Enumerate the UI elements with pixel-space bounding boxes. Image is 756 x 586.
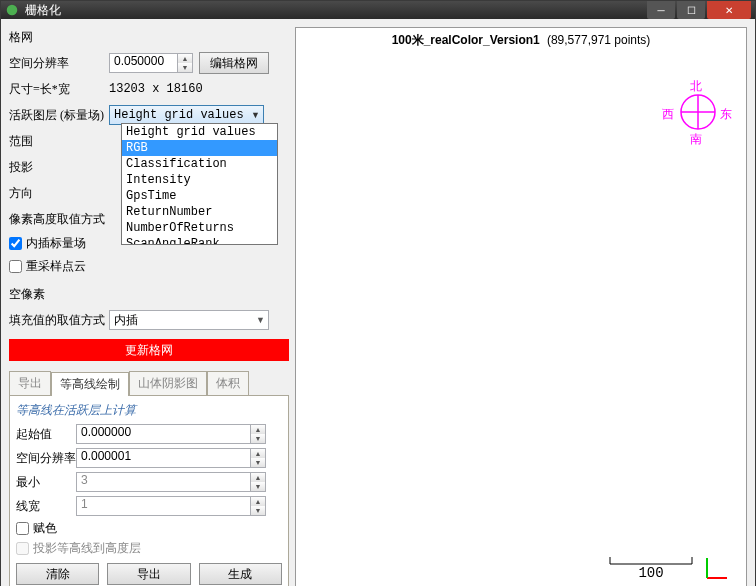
compass-east: 东 — [720, 106, 732, 123]
pixel-height-label: 像素高度取值方式 — [9, 211, 109, 228]
min-input[interactable]: 3▲▼ — [76, 472, 266, 492]
minimize-button[interactable]: ─ — [647, 1, 675, 19]
dropdown-option[interactable]: ReturnNumber — [122, 204, 277, 220]
tab-contour[interactable]: 等高线绘制 — [51, 372, 129, 396]
generate-button[interactable]: 生成 — [199, 563, 282, 585]
step-label: 空间分辨率 — [16, 450, 76, 467]
left-panel: 格网 空间分辨率 0.050000 ▲▼ 编辑格网 尺寸=长*宽 13203 x… — [9, 27, 289, 586]
spin-down-icon[interactable]: ▼ — [251, 482, 265, 491]
close-button[interactable]: ✕ — [707, 1, 751, 19]
project-contour-checkbox[interactable]: 投影等高线到高度层 — [16, 540, 282, 557]
scale-bar: 100 — [608, 555, 694, 581]
start-label: 起始值 — [16, 426, 76, 443]
preview-title: 100米_realColor_Version1 (89,577,971 poin… — [296, 32, 746, 49]
grid-section-header: 格网 — [9, 29, 289, 46]
compass-west: 西 — [662, 106, 674, 123]
width-label: 线宽 — [16, 498, 76, 515]
tab-volume[interactable]: 体积 — [207, 371, 249, 395]
preview-panel: 100米_realColor_Version1 (89,577,971 poin… — [295, 27, 747, 586]
dropdown-option[interactable]: NumberOfReturns — [122, 220, 277, 236]
scale-area: 100 — [608, 555, 730, 581]
dropdown-option[interactable]: Intensity — [122, 172, 277, 188]
tab-bar: 导出 等高线绘制 山体阴影图 体积 — [9, 371, 289, 396]
update-grid-button[interactable]: 更新格网 — [9, 339, 289, 361]
active-layer-dropdown[interactable]: Height grid values RGB Classification In… — [121, 123, 278, 245]
tab-export[interactable]: 导出 — [9, 371, 51, 395]
client-area: 格网 空间分辨率 0.050000 ▲▼ 编辑格网 尺寸=长*宽 13203 x… — [1, 19, 755, 586]
dropdown-option[interactable]: Classification — [122, 156, 277, 172]
size-label: 尺寸=长*宽 — [9, 81, 109, 98]
size-value: 13203 x 18160 — [109, 82, 203, 96]
spin-up-icon[interactable]: ▲ — [251, 497, 265, 506]
direction-label: 方向 — [9, 185, 109, 202]
width-input[interactable]: 1▲▼ — [76, 496, 266, 516]
contour-note: 等高线在活跃层上计算 — [16, 402, 282, 419]
svg-point-0 — [7, 5, 18, 16]
fill-combo[interactable]: 内插 ▼ — [109, 310, 269, 330]
clear-button[interactable]: 清除 — [16, 563, 99, 585]
spin-up-icon[interactable]: ▲ — [251, 425, 265, 434]
chevron-down-icon: ▼ — [256, 315, 265, 325]
spacing-input[interactable]: 0.050000 ▲▼ — [109, 53, 193, 73]
dropdown-option[interactable]: Height grid values — [122, 124, 277, 140]
spin-down-icon[interactable]: ▼ — [251, 434, 265, 443]
app-icon — [5, 3, 19, 17]
min-label: 最小 — [16, 474, 76, 491]
compass-icon — [678, 92, 718, 132]
axes-icon — [704, 555, 730, 581]
spin-down-icon[interactable]: ▼ — [178, 63, 192, 72]
active-layer-label: 活跃图层 (标量场) — [9, 107, 109, 124]
chevron-down-icon: ▼ — [251, 110, 260, 120]
compass-south: 南 — [690, 131, 702, 148]
active-layer-combo[interactable]: Height grid values ▼ — [109, 105, 264, 125]
dropdown-option[interactable]: GpsTime — [122, 188, 277, 204]
titlebar: 栅格化 ─ ☐ ✕ — [1, 1, 755, 19]
spin-up-icon[interactable]: ▲ — [251, 449, 265, 458]
color-checkbox[interactable]: 赋色 — [16, 520, 282, 537]
dropdown-option[interactable]: ScanAngleRank — [122, 236, 277, 245]
contour-pane: 等高线在活跃层上计算 起始值 0.000000▲▼ 空间分辨率 0.000001… — [9, 396, 289, 586]
spin-up-icon[interactable]: ▲ — [251, 473, 265, 482]
empty-section-header: 空像素 — [9, 286, 289, 303]
dropdown-option[interactable]: RGB — [122, 140, 277, 156]
window-title: 栅格化 — [25, 2, 645, 19]
export-button[interactable]: 导出 — [107, 563, 190, 585]
start-input[interactable]: 0.000000▲▼ — [76, 424, 266, 444]
edit-grid-button[interactable]: 编辑格网 — [199, 52, 269, 74]
compass: 北 南 西 东 — [662, 78, 732, 148]
spin-down-icon[interactable]: ▼ — [251, 506, 265, 515]
spin-up-icon[interactable]: ▲ — [178, 54, 192, 63]
resample-checkbox[interactable]: 重采样点云 — [9, 258, 289, 275]
step-input[interactable]: 0.000001▲▼ — [76, 448, 266, 468]
fill-label: 填充值的取值方式 — [9, 312, 109, 329]
tab-shade[interactable]: 山体阴影图 — [129, 371, 207, 395]
spin-down-icon[interactable]: ▼ — [251, 458, 265, 467]
projection-label: 投影 — [9, 159, 109, 176]
spacing-label: 空间分辨率 — [9, 55, 109, 72]
range-label: 范围 — [9, 133, 109, 150]
maximize-button[interactable]: ☐ — [677, 1, 705, 19]
app-window: 栅格化 ─ ☐ ✕ 格网 空间分辨率 0.050000 ▲▼ 编辑格网 尺寸=长… — [0, 0, 756, 586]
